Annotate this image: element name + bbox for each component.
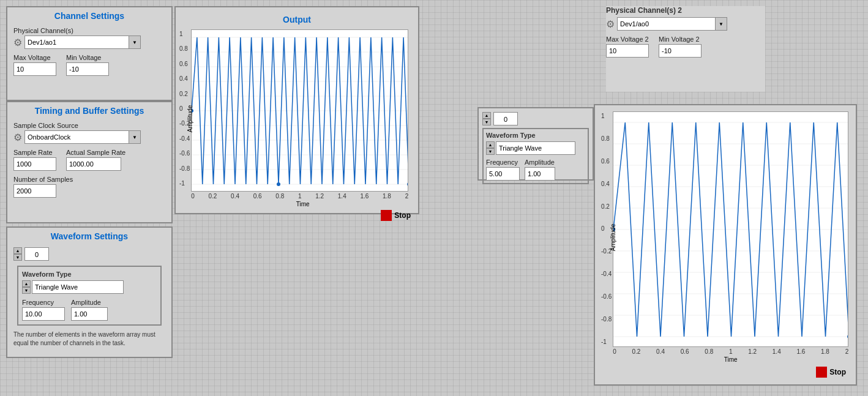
max-voltage-2-label: Max Voltage 2 bbox=[606, 35, 649, 43]
max-voltage-label: Max Voltage bbox=[13, 54, 56, 61]
wt-spinbox-arrows: ▲ ▼ bbox=[482, 112, 491, 125]
y-tick-2: 0.8 bbox=[179, 45, 190, 52]
y2-tick-11: -1 bbox=[601, 338, 612, 345]
waveform-spinbox: ▲ ▼ 0 bbox=[13, 247, 49, 261]
frequency-label: Frequency bbox=[22, 299, 65, 306]
svg-point-26 bbox=[847, 335, 848, 338]
wt-spinbox-up[interactable]: ▲ bbox=[482, 112, 491, 119]
sample-clock-label: Sample Clock Source bbox=[13, 122, 165, 129]
y2-axis-label: Amplitude bbox=[610, 223, 616, 250]
spinbox-arrows: ▲ ▼ bbox=[13, 247, 22, 261]
max-voltage-2-input[interactable] bbox=[606, 44, 649, 58]
x2-tick-16: 1.6 bbox=[796, 348, 805, 355]
x2-tick-14: 1.4 bbox=[773, 348, 781, 355]
x-tick-02: 0.2 bbox=[209, 193, 217, 200]
x-tick-14: 1.4 bbox=[338, 193, 346, 200]
stop-button[interactable]: Stop bbox=[381, 210, 411, 221]
min-voltage-2-input[interactable] bbox=[659, 44, 702, 58]
y-axis-label: Amplitude bbox=[187, 105, 193, 132]
sample-clock-input[interactable] bbox=[24, 130, 141, 144]
y-tick-9: -0.6 bbox=[179, 150, 190, 157]
timing-settings-title: Timing and Buffer Settings bbox=[7, 102, 171, 118]
physical-channel-arrow[interactable]: ▼ bbox=[129, 35, 141, 49]
min-voltage-2-label: Min Voltage 2 bbox=[659, 35, 702, 43]
sample-rate-input[interactable] bbox=[13, 157, 56, 171]
waveform-type-arrows: ▲ ▼ bbox=[22, 280, 31, 294]
wt-type-down[interactable]: ▼ bbox=[486, 148, 495, 155]
wt-type-up[interactable]: ▲ bbox=[486, 141, 495, 148]
timing-settings-panel: Timing and Buffer Settings Sample Clock … bbox=[6, 101, 173, 223]
max-voltage-input[interactable] bbox=[13, 62, 56, 76]
waveform-type-down[interactable]: ▼ bbox=[22, 287, 31, 294]
x-tick-1: 1 bbox=[298, 193, 302, 200]
y-tick-1: 1 bbox=[179, 31, 190, 37]
waveform-type-inner-box: Waveform Type ▲ ▼ Frequency Amplitude bbox=[482, 128, 589, 184]
waveform-inner-box: Waveform Type ▲ ▼ Frequency Amplitude bbox=[17, 266, 162, 326]
output-panel: Output 1 0.8 0.6 0.4 0.2 0 -0.2 -0.4 -0.… bbox=[174, 6, 419, 214]
svg-point-12 bbox=[407, 182, 408, 186]
waveform-footer-text: The number of elements in the waveform a… bbox=[13, 331, 165, 348]
amplitude-label: Amplitude bbox=[71, 299, 108, 306]
y2-tick-1: 1 bbox=[601, 113, 612, 119]
x-tick-04: 0.4 bbox=[231, 193, 239, 200]
y2-tick-10: -0.8 bbox=[601, 316, 612, 323]
y-tick-11: -1 bbox=[179, 180, 190, 187]
spinbox-up[interactable]: ▲ bbox=[13, 247, 22, 254]
sample-rate-label: Sample Rate bbox=[13, 149, 56, 156]
y-tick-3: 0.6 bbox=[179, 61, 190, 67]
svg-point-13 bbox=[277, 182, 280, 186]
channel-2-arrow[interactable]: ▼ bbox=[715, 17, 727, 31]
y2-tick-4: 0.4 bbox=[601, 181, 612, 187]
num-samples-input[interactable] bbox=[13, 184, 56, 198]
output-chart-2 bbox=[613, 111, 848, 347]
x-tick-08: 0.8 bbox=[275, 193, 284, 200]
sample-clock-arrow[interactable]: ▼ bbox=[129, 130, 141, 144]
wt-spinbox-value[interactable]: 0 bbox=[493, 112, 518, 125]
physical-channel-label: Physical Channel(s) bbox=[13, 27, 165, 34]
spinbox-down[interactable]: ▼ bbox=[13, 254, 22, 261]
frequency-input[interactable] bbox=[22, 307, 65, 321]
x-tick-06: 0.6 bbox=[253, 193, 262, 200]
wt-freq-input[interactable] bbox=[486, 167, 520, 181]
y2-tick-9: -0.6 bbox=[601, 293, 612, 300]
output-title: Output bbox=[179, 11, 414, 27]
spinbox-value[interactable]: 0 bbox=[24, 247, 49, 261]
amplitude-input[interactable] bbox=[71, 307, 108, 321]
wt-type-arrows: ▲ ▼ bbox=[486, 141, 495, 155]
wt-type-label: Waveform Type bbox=[486, 132, 585, 139]
x-tick-12: 1.2 bbox=[315, 193, 324, 200]
wt-amp-input[interactable] bbox=[525, 167, 555, 181]
waveform-settings-title: Waveform Settings bbox=[7, 228, 171, 244]
channel-2-dropdown-container: ▼ bbox=[617, 17, 727, 31]
physical-channel-dropdown-container: ▼ bbox=[24, 35, 141, 49]
x2-tick-0: 0 bbox=[613, 348, 616, 355]
x-tick-0: 0 bbox=[191, 193, 195, 200]
x-axis-label: Time bbox=[191, 201, 414, 207]
wt-spinbox-down[interactable]: ▼ bbox=[482, 119, 491, 125]
waveform-type-spinbox: ▲ ▼ 0 bbox=[482, 112, 518, 125]
stop-label-2: Stop bbox=[829, 368, 846, 376]
min-voltage-input[interactable] bbox=[66, 62, 109, 76]
physical-channel-input[interactable] bbox=[24, 35, 141, 49]
wt-freq-label: Frequency bbox=[486, 159, 520, 166]
actual-sample-rate-label: Actual Sample Rate bbox=[66, 149, 125, 156]
channel-settings-2-title: Physical Channel(s) 2 bbox=[606, 6, 765, 15]
y-tick-4: 0.4 bbox=[179, 75, 190, 82]
sample-clock-dropdown-container: ▼ bbox=[24, 130, 141, 144]
y2-tick-8: -0.4 bbox=[601, 271, 612, 277]
num-samples-label: Number of Samples bbox=[13, 176, 165, 183]
wt-type-input[interactable] bbox=[496, 141, 575, 155]
actual-sample-rate-input[interactable] bbox=[66, 157, 121, 171]
x-tick-18: 1.8 bbox=[383, 193, 391, 200]
stop-button-2[interactable]: Stop bbox=[816, 367, 846, 378]
channel-2-input[interactable] bbox=[617, 17, 727, 31]
x-tick-16: 1.6 bbox=[360, 193, 369, 200]
channel-settings-2-panel: Physical Channel(s) 2 ⚙ ▼ Max Voltage 2 … bbox=[606, 6, 765, 92]
stop-label: Stop bbox=[394, 211, 411, 220]
x2-tick-06: 0.6 bbox=[681, 348, 689, 355]
y2-tick-3: 0.6 bbox=[601, 158, 612, 165]
channel-settings-panel: Channel Settings Physical Channel(s) ⚙ ▼… bbox=[6, 6, 173, 101]
waveform-type-up[interactable]: ▲ bbox=[22, 280, 31, 287]
channel-2-icon: ⚙ bbox=[606, 18, 615, 30]
waveform-type-input[interactable] bbox=[32, 280, 124, 294]
